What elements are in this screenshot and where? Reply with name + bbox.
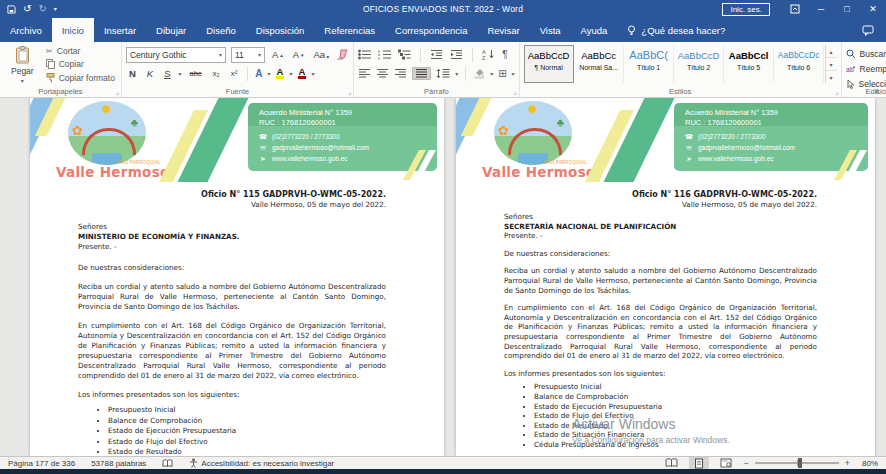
show-marks-button[interactable]: ¶ xyxy=(502,49,507,60)
sign-in-button[interactable]: Inic. ses. xyxy=(722,3,770,16)
zoom-out-button[interactable]: − xyxy=(743,458,748,468)
tab-revisar[interactable]: Revisar xyxy=(477,18,529,42)
read-mode-button[interactable] xyxy=(660,457,683,469)
superscript-button[interactable]: x² xyxy=(228,68,241,79)
phone-icon: ☎ xyxy=(259,132,267,142)
clear-formatting-icon[interactable] xyxy=(336,49,349,60)
fuente-dialog-launcher-icon[interactable]: ⌟ xyxy=(348,88,351,96)
format-painter-button[interactable]: Copiar formato xyxy=(44,72,117,84)
tab-disposicion[interactable]: Disposición xyxy=(246,18,315,42)
style-titulo-6[interactable]: AaBbCcDc Título 6 xyxy=(774,45,824,83)
tab-referencias[interactable]: Referencias xyxy=(314,18,385,42)
tab-insertar[interactable]: Insertar xyxy=(94,18,146,42)
subscript-button[interactable]: x₂ xyxy=(210,68,223,79)
present-line: Presente. - xyxy=(504,231,817,241)
minimize-button[interactable]: ─ xyxy=(808,0,834,18)
increase-indent-icon[interactable] xyxy=(450,49,463,60)
estilos-dialog-launcher-icon[interactable]: ⌟ xyxy=(835,88,838,96)
brand-name: Valle Hermoso xyxy=(56,164,170,180)
zoom-slider-thumb[interactable] xyxy=(798,458,802,468)
customize-qat-caret-icon[interactable]: ▾ xyxy=(54,4,57,14)
borders-button[interactable]: ⊞ xyxy=(498,69,506,79)
font-family-combo[interactable]: Century Gothic ▾ xyxy=(126,47,226,63)
copy-button[interactable]: Copiar xyxy=(44,58,117,70)
paragraph-1: Reciba un cordial y atento saludo a nomb… xyxy=(78,282,386,312)
change-case-button[interactable]: Aa▾ xyxy=(312,48,332,61)
redo-icon[interactable]: ↻ xyxy=(38,4,46,14)
close-button[interactable]: ✕ xyxy=(860,0,886,18)
proofing-status[interactable] xyxy=(154,457,181,469)
collapse-ribbon-icon[interactable]: ∧ xyxy=(874,87,880,96)
document-page-2[interactable]: ✹ ✿ ♣ Valle Hermoso GAD PARROQUIAL Acuer… xyxy=(456,98,875,456)
grow-font-button[interactable]: A▲ xyxy=(270,48,286,61)
styles-scroll-up-icon[interactable]: ▴ xyxy=(826,45,837,58)
search-icon xyxy=(846,49,856,59)
document-area: ✹ ✿ ♣ Valle Hermoso GAD PARROQUIAL Acuer… xyxy=(0,98,886,456)
bold-button[interactable]: N xyxy=(126,67,139,80)
mail-icon: ✉ xyxy=(259,143,267,153)
style-titulo-2[interactable]: AaBbCcD Título 2 xyxy=(674,45,724,83)
sort-icon[interactable]: AZ xyxy=(482,49,495,60)
acuerdo-line: Acuerdo Ministerial N° 1359 xyxy=(685,108,860,118)
print-layout-button[interactable] xyxy=(689,457,709,469)
undo-icon[interactable]: ↺ xyxy=(23,4,31,14)
comments-button[interactable] xyxy=(862,18,886,42)
font-size-combo[interactable]: 11 ▾ xyxy=(231,47,265,63)
tab-correspondencia[interactable]: Correspondencia xyxy=(385,18,477,42)
justify-button[interactable] xyxy=(412,67,431,80)
portapapeles-dialog-launcher-icon[interactable]: ⌟ xyxy=(116,88,119,96)
restore-button[interactable]: □ xyxy=(834,0,860,18)
tab-ayuda[interactable]: Ayuda xyxy=(571,18,618,42)
strikethrough-button[interactable]: abc xyxy=(186,68,204,79)
underline-caret-icon[interactable]: ▾ xyxy=(178,71,181,77)
page-indicator[interactable]: Página 177 de 336 xyxy=(0,457,83,469)
list-item: Estado de Resultado xyxy=(108,447,386,456)
styles-scroll-down-icon[interactable]: ▾ xyxy=(826,58,837,71)
decrease-indent-icon[interactable] xyxy=(430,49,443,60)
accessibility-status[interactable]: Accesibilidad: es necesario investigar xyxy=(181,457,342,469)
font-color-button[interactable]: A xyxy=(298,68,307,79)
tab-inicio[interactable]: Inicio xyxy=(52,18,94,42)
italic-button[interactable]: K xyxy=(144,67,156,80)
tell-me-box[interactable]: ¿Qué desea hacer? xyxy=(617,18,735,42)
pointer-icon: ➤ xyxy=(685,154,693,164)
find-button[interactable]: Buscar ▾ xyxy=(846,47,886,60)
bullets-icon[interactable] xyxy=(358,49,371,60)
styles-more-icon[interactable]: ▾ xyxy=(826,71,837,83)
align-left-icon[interactable] xyxy=(358,68,371,79)
zoom-in-button[interactable]: + xyxy=(845,458,850,468)
phone-number: (02)2773220 / 2773300 xyxy=(272,132,340,142)
style-normal[interactable]: AaBbCcD ¶ Normal xyxy=(524,45,574,83)
oficio-number: Oficio N° 115 GADPRVH-O-WMC-05-2022. xyxy=(78,189,386,200)
paste-button[interactable]: Pegar ▾ xyxy=(4,45,41,84)
numbering-icon[interactable] xyxy=(378,49,391,60)
replace-button[interactable]: ab Reemplazar xyxy=(846,62,886,75)
highlight-color-button[interactable]: A xyxy=(276,68,285,79)
zoom-level[interactable]: 80% xyxy=(856,459,878,468)
web-layout-button[interactable] xyxy=(715,457,737,469)
recipient: SECRETARÍA NACIONAL DE PLANIFICACIÓN xyxy=(504,222,817,232)
align-center-icon[interactable] xyxy=(376,68,389,79)
tab-diseno[interactable]: Diseño xyxy=(196,18,246,42)
brand-subtitle: GAD PARROQUIAL xyxy=(544,160,587,165)
tab-vista[interactable]: Vista xyxy=(530,18,571,42)
shrink-font-button[interactable]: A▼ xyxy=(291,48,307,61)
save-icon[interactable] xyxy=(7,5,16,14)
align-right-icon[interactable] xyxy=(394,68,407,79)
zoom-slider[interactable] xyxy=(755,462,839,464)
multilevel-list-icon[interactable] xyxy=(398,49,411,60)
document-page-1[interactable]: ✹ ✿ ♣ Valle Hermoso GAD PARROQUIAL Acuer… xyxy=(30,98,444,456)
style-titulo-1[interactable]: AaBbC( Título 1 xyxy=(624,45,674,83)
parrafo-dialog-launcher-icon[interactable]: ⌟ xyxy=(513,88,516,96)
style-titulo-5[interactable]: AaBbCcl Título 5 xyxy=(724,45,774,83)
ribbon-display-options-button[interactable] xyxy=(782,0,808,18)
underline-button[interactable]: S xyxy=(161,67,173,80)
style-normal-sangria[interactable]: AaBbCc Normal Sa... xyxy=(574,45,624,83)
tab-archivo[interactable]: Archivo xyxy=(0,18,52,42)
cut-button[interactable]: ✂ Cortar xyxy=(44,45,117,57)
text-effects-button[interactable]: A xyxy=(255,68,262,79)
word-count[interactable]: 53788 palabras xyxy=(83,457,154,469)
tab-dibujar[interactable]: Dibujar xyxy=(146,18,196,42)
line-spacing-icon[interactable] xyxy=(436,68,450,79)
shading-icon[interactable] xyxy=(473,68,485,79)
